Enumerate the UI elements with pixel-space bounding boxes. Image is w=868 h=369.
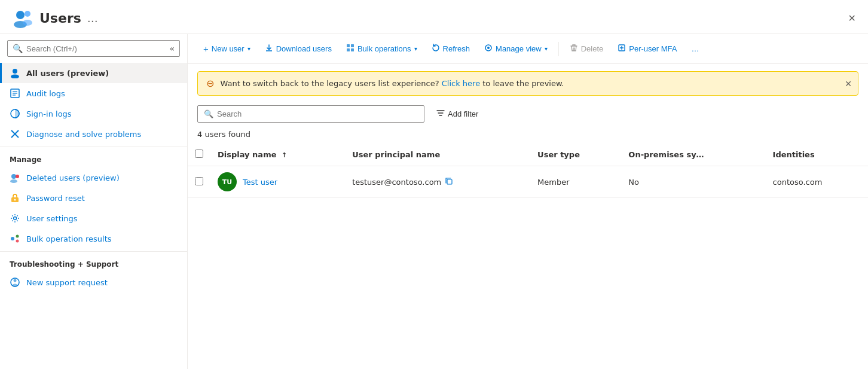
table-row: TU Test user testuser@contoso.com (188, 166, 868, 198)
col-display-name[interactable]: Display name ↑ (210, 144, 345, 166)
sidebar-item-audit-logs-label: Audit logs (26, 89, 65, 98)
users-table-area: Display name ↑ User principal name User … (188, 144, 868, 369)
refresh-button[interactable]: Refresh (426, 40, 476, 57)
col-identities: Identities (766, 144, 868, 166)
col-user-type: User type (530, 144, 621, 166)
sidebar-item-diagnose[interactable]: Diagnose and solve problems (0, 124, 187, 144)
svg-point-13 (11, 174, 16, 179)
sidebar-item-bulk-operation-results[interactable]: Bulk operation results (0, 228, 187, 249)
per-user-mfa-button[interactable]: Per-user MFA (612, 40, 683, 57)
svg-point-3 (23, 20, 32, 26)
bulk-operation-results-icon (10, 233, 20, 244)
user-settings-icon (10, 213, 20, 224)
svg-point-5 (11, 75, 19, 79)
diagnose-icon (10, 129, 20, 139)
banner-link[interactable]: Click here (442, 79, 480, 88)
svg-rect-28 (347, 48, 350, 51)
sidebar-search-icon: 🔍 (13, 44, 23, 53)
row-on-premises-cell: No (621, 166, 765, 198)
row-upn-cell: testuser@contoso.com (345, 166, 530, 198)
user-display-name-link[interactable]: Test user (243, 178, 277, 187)
download-users-button[interactable]: Download users (259, 40, 338, 57)
toolbar-more-button[interactable]: … (685, 41, 705, 57)
search-input[interactable] (217, 109, 418, 118)
svg-rect-33 (447, 179, 452, 184)
manage-view-button[interactable]: Manage view ▾ (478, 40, 554, 57)
select-all-checkbox[interactable] (195, 150, 203, 158)
sidebar-item-all-users[interactable]: All users (preview) (0, 63, 187, 83)
table-header-row: Display name ↑ User principal name User … (188, 144, 868, 166)
svg-point-19 (11, 237, 14, 240)
collapse-sidebar-button[interactable]: « (169, 44, 175, 53)
results-count: 4 users found (188, 127, 868, 144)
sidebar-item-audit-logs[interactable]: Audit logs (0, 83, 187, 103)
user-cell: TU Test user (218, 172, 338, 191)
page-title-area: Users … (12, 7, 848, 29)
password-reset-icon (10, 193, 20, 203)
row-identities-cell: contoso.com (766, 166, 868, 198)
row-checkbox[interactable] (195, 177, 203, 185)
svg-point-23 (14, 279, 17, 282)
sidebar-item-user-settings-label: User settings (26, 214, 78, 223)
sidebar-item-sign-in-logs-label: Sign-in logs (26, 109, 72, 118)
toolbar: + New user ▾ Download users Bulk operati… (188, 34, 868, 64)
bulk-operations-chevron-icon: ▾ (414, 45, 417, 52)
svg-point-2 (25, 11, 30, 17)
svg-rect-29 (351, 48, 354, 51)
sidebar-item-new-support-request[interactable]: New support request (0, 272, 187, 292)
bulk-operations-button[interactable]: Bulk operations ▾ (340, 40, 423, 57)
download-icon (265, 44, 273, 54)
svg-point-14 (16, 175, 19, 178)
svg-point-17 (14, 199, 16, 201)
svg-point-24 (13, 284, 17, 287)
sidebar-item-deleted-users[interactable]: Deleted users (preview) (0, 167, 187, 188)
close-button[interactable]: ✕ (848, 13, 856, 24)
avatar: TU (218, 172, 237, 191)
upn-cell: testuser@contoso.com (352, 177, 523, 187)
svg-point-21 (16, 240, 19, 243)
svg-rect-27 (351, 44, 354, 47)
content-area: + New user ▾ Download users Bulk operati… (188, 34, 868, 369)
per-user-mfa-icon (618, 44, 626, 54)
header-more-options[interactable]: … (87, 12, 98, 25)
sidebar-search-container[interactable]: 🔍 « (7, 40, 180, 57)
new-user-chevron-icon: ▾ (247, 45, 250, 52)
sign-in-logs-icon (10, 108, 20, 119)
sidebar-item-bulk-operation-results-label: Bulk operation results (26, 234, 112, 243)
sidebar-item-deleted-users-label: Deleted users (preview) (26, 173, 120, 182)
sidebar-item-password-reset-label: Password reset (26, 194, 85, 203)
header-checkbox-cell (188, 144, 210, 166)
all-users-icon (10, 68, 20, 78)
audit-logs-icon (10, 88, 20, 99)
manage-section-label: Manage (0, 147, 187, 167)
search-box-icon: 🔍 (204, 109, 213, 118)
bulk-operations-icon (346, 44, 354, 54)
search-filter-row: 🔍 Add filter (188, 103, 868, 127)
sidebar-item-user-settings[interactable]: User settings (0, 208, 187, 228)
manage-view-icon (484, 44, 493, 54)
top-header: Users … ✕ (0, 0, 868, 34)
row-display-name-cell: TU Test user (210, 166, 345, 198)
search-box[interactable]: 🔍 (197, 105, 424, 123)
col-upn: User principal name (345, 144, 530, 166)
svg-point-31 (487, 47, 490, 49)
banner-close-button[interactable]: ✕ (845, 79, 852, 89)
banner-text: Want to switch back to the legacy users … (220, 79, 849, 88)
sidebar: 🔍 « All users (preview) Audit logs Sign-… (0, 34, 188, 369)
sidebar-search-input[interactable] (26, 44, 166, 53)
sidebar-item-password-reset[interactable]: Password reset (0, 188, 187, 208)
delete-button[interactable]: Delete (564, 40, 610, 57)
svg-point-15 (10, 179, 17, 183)
main-layout: 🔍 « All users (preview) Audit logs Sign-… (0, 34, 868, 369)
copy-upn-icon[interactable] (445, 177, 453, 187)
sidebar-item-sign-in-logs[interactable]: Sign-in logs (0, 103, 187, 124)
toolbar-divider (558, 42, 559, 56)
row-user-type-cell: Member (530, 166, 621, 198)
new-user-button[interactable]: + New user ▾ (197, 40, 256, 57)
filter-icon (436, 109, 445, 119)
svg-point-20 (16, 235, 19, 238)
sort-asc-icon: ↑ (282, 151, 287, 159)
delete-icon (570, 44, 578, 54)
users-page-icon (12, 7, 33, 29)
add-filter-button[interactable]: Add filter (429, 105, 485, 123)
